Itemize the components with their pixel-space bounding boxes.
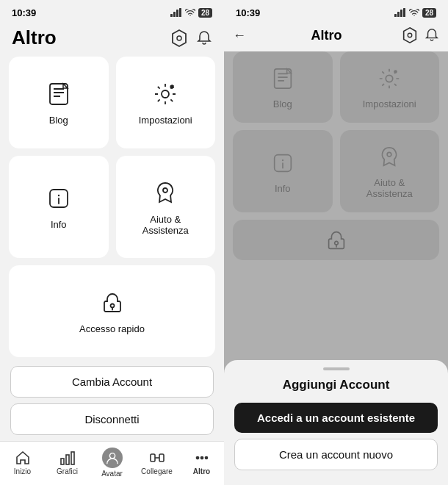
accesso-icon [98, 288, 127, 317]
accedi-button[interactable]: Accedi a un account esistente [234, 403, 438, 433]
menu-item-blog[interactable]: Blog [9, 57, 109, 148]
svg-rect-26 [403, 8, 405, 17]
nav-avatar-label: Avatar [101, 470, 123, 478]
svg-marker-27 [404, 28, 416, 43]
grafici-icon [59, 450, 76, 466]
svg-rect-6 [50, 84, 68, 104]
svg-rect-24 [397, 12, 400, 17]
info-icon [44, 184, 73, 213]
status-bar-right: 10:39 28 [224, 0, 448, 22]
time-left: 10:39 [12, 7, 36, 18]
nav-collegare-label: Collegare [141, 467, 173, 475]
collegare-icon [149, 450, 165, 466]
menu-item-impostazioni[interactable]: ✱ Impostazioni [116, 57, 216, 148]
nav-altro[interactable]: Altro [179, 450, 224, 475]
nav-collegare[interactable]: Collegare [134, 450, 179, 475]
svg-point-12 [163, 188, 167, 193]
menu-item-info[interactable]: Info [9, 156, 109, 258]
wifi-icon [185, 9, 195, 17]
sheet-title: Aggiungi Account [234, 378, 438, 392]
aiuto-label: Aiuto & Assistenza [142, 214, 189, 236]
svg-rect-19 [159, 454, 164, 461]
right-panel: 10:39 28 ← Altro [224, 0, 448, 485]
signal-icon [170, 8, 182, 17]
info-label: Info [51, 219, 67, 230]
crea-account-button[interactable]: Crea un account nuovo [234, 439, 438, 470]
svg-point-5 [177, 36, 181, 40]
cambia-account-button[interactable]: Cambia Account [10, 366, 214, 398]
svg-rect-25 [400, 10, 402, 17]
svg-rect-2 [176, 10, 178, 17]
svg-rect-1 [173, 12, 176, 17]
svg-point-22 [205, 457, 207, 459]
status-bar-left: 10:39 28 [0, 0, 224, 22]
bell-icon-right[interactable] [424, 28, 439, 43]
svg-point-20 [196, 457, 198, 459]
menu-item-aiuto[interactable]: Aiuto & Assistenza [116, 156, 216, 258]
impostazioni-label: Impostazioni [139, 115, 192, 126]
time-right: 10:39 [236, 7, 260, 18]
signal-icon-right [394, 8, 406, 17]
hexagon-icon-left[interactable] [170, 29, 189, 48]
page-title-right: Altro [252, 28, 401, 43]
nav-avatar[interactable]: Avatar [90, 448, 134, 478]
svg-rect-16 [71, 452, 74, 464]
page-title-left: Altro [12, 26, 57, 49]
button-section-left: Cambia Account Disconnetti [0, 357, 224, 441]
header-right: ← Altro [224, 22, 448, 51]
svg-rect-18 [151, 454, 155, 461]
svg-rect-3 [179, 8, 181, 17]
bottom-sheet: Aggiungi Account Accedi a un account esi… [224, 360, 448, 485]
home-icon [15, 450, 31, 466]
battery-right: 28 [422, 8, 436, 18]
header-left: Altro [0, 22, 224, 57]
hexagon-icon-right[interactable] [401, 26, 419, 44]
status-icons-left: 28 [170, 8, 212, 18]
svg-rect-23 [394, 14, 397, 17]
header-icons-right [401, 26, 439, 44]
bottom-nav-left: Inizio Grafici Avatar [0, 441, 224, 485]
nav-inizio-label: Inizio [14, 467, 31, 475]
menu-item-accesso[interactable]: Accesso rapido [9, 265, 215, 357]
svg-rect-0 [170, 14, 173, 17]
header-icons-left [170, 29, 212, 48]
nav-altro-label: Altro [193, 467, 210, 475]
bell-icon-left[interactable] [196, 30, 212, 46]
svg-point-7 [162, 90, 169, 98]
nav-inizio[interactable]: Inizio [0, 450, 45, 475]
svg-point-21 [200, 457, 203, 459]
left-panel: 10:39 28 Altro [0, 0, 224, 485]
sheet-handle [323, 367, 350, 370]
svg-rect-14 [61, 459, 64, 464]
blog-icon [44, 79, 73, 109]
back-button[interactable]: ← [233, 28, 246, 43]
svg-rect-15 [66, 455, 69, 464]
accesso-label: Accesso rapido [79, 323, 145, 334]
content-area-right: Blog Impostazioni [224, 51, 448, 485]
battery-left: 28 [198, 8, 212, 18]
altro-icon [194, 450, 210, 466]
status-icons-right: 28 [394, 8, 436, 18]
svg-marker-4 [173, 30, 186, 46]
nav-grafici[interactable]: Grafici [45, 450, 90, 475]
menu-grid-left: Blog ✱ Impostazioni [0, 57, 224, 357]
svg-point-28 [408, 33, 412, 37]
disconnetti-button[interactable]: Disconnetti [10, 403, 214, 435]
avatar-icon [102, 448, 123, 468]
svg-text:✱: ✱ [170, 84, 175, 90]
wifi-icon-right [409, 9, 419, 17]
impostazioni-icon: ✱ [151, 79, 180, 109]
aiuto-icon [151, 179, 180, 208]
blog-label: Blog [49, 115, 68, 126]
nav-grafici-label: Grafici [57, 467, 78, 475]
svg-point-11 [58, 195, 59, 196]
svg-point-17 [109, 453, 115, 459]
